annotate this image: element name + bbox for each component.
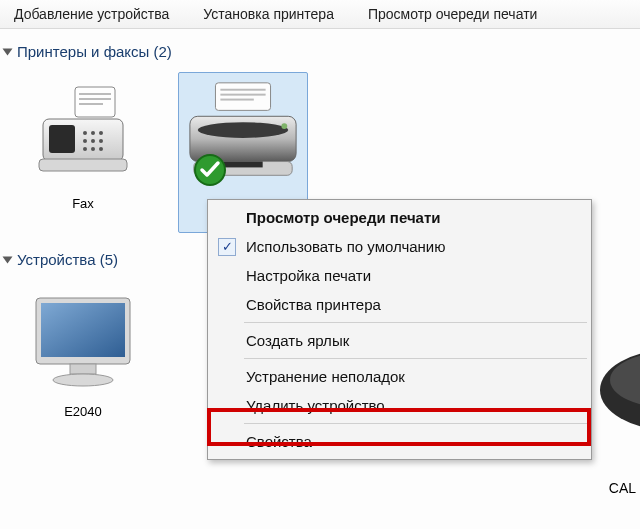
- menu-printer-properties[interactable]: Свойства принтера: [210, 290, 589, 319]
- svg-rect-5: [49, 125, 75, 153]
- svg-rect-3: [79, 103, 103, 105]
- svg-rect-26: [41, 303, 125, 357]
- collapse-icon: [3, 256, 13, 263]
- menu-print-settings[interactable]: Настройка печати: [210, 261, 589, 290]
- svg-rect-17: [220, 89, 265, 91]
- svg-point-28: [53, 374, 113, 386]
- device-monitor[interactable]: E2040: [18, 280, 148, 420]
- menu-set-default[interactable]: ✓ Использовать по умолчанию: [210, 232, 589, 261]
- monitor-icon: [23, 280, 143, 400]
- svg-point-10: [91, 139, 95, 143]
- menu-troubleshoot[interactable]: Устранение неполадок: [210, 362, 589, 391]
- menu-set-default-label: Использовать по умолчанию: [246, 238, 445, 255]
- menu-separator: [244, 423, 587, 424]
- menu-remove-device[interactable]: Удалить устройство: [210, 391, 589, 420]
- device-fax-label: Fax: [72, 196, 94, 212]
- svg-rect-15: [39, 159, 127, 171]
- svg-point-6: [83, 131, 87, 135]
- svg-point-7: [91, 131, 95, 135]
- svg-rect-27: [70, 364, 96, 374]
- svg-point-9: [83, 139, 87, 143]
- menu-create-shortcut[interactable]: Создать ярлык: [210, 326, 589, 355]
- device-monitor-label: E2040: [64, 404, 102, 420]
- svg-point-12: [83, 147, 87, 151]
- svg-point-20: [198, 122, 288, 138]
- svg-point-21: [281, 123, 287, 129]
- menu-properties[interactable]: Свойства: [210, 427, 589, 456]
- svg-rect-16: [215, 83, 270, 111]
- svg-point-14: [99, 147, 103, 151]
- context-menu: Просмотр очереди печати ✓ Использовать п…: [207, 199, 592, 460]
- default-check-badge-icon: [193, 153, 227, 187]
- section-printers-header[interactable]: Принтеры и факсы (2): [0, 29, 640, 68]
- toolbar-add-device[interactable]: Добавление устройства: [14, 6, 169, 22]
- svg-point-13: [91, 147, 95, 151]
- section-devices-title: Устройства (5): [17, 251, 118, 268]
- section-printers-title: Принтеры и факсы (2): [17, 43, 172, 60]
- svg-rect-23: [223, 162, 262, 168]
- device-fax[interactable]: Fax: [18, 72, 148, 212]
- menu-separator: [244, 358, 587, 359]
- partial-device-label: CAL: [609, 480, 636, 496]
- check-icon: ✓: [218, 238, 236, 256]
- toolbar-view-queue[interactable]: Просмотр очереди печати: [368, 6, 537, 22]
- fax-icon: [23, 72, 143, 192]
- svg-rect-19: [220, 99, 253, 101]
- svg-rect-0: [75, 87, 115, 117]
- svg-rect-2: [79, 98, 111, 100]
- collapse-icon: [3, 48, 13, 55]
- toolbar-add-printer[interactable]: Установка принтера: [203, 6, 334, 22]
- svg-point-8: [99, 131, 103, 135]
- svg-rect-1: [79, 93, 111, 95]
- toolbar: Добавление устройства Установка принтера…: [0, 0, 640, 29]
- menu-separator: [244, 322, 587, 323]
- menu-view-queue[interactable]: Просмотр очереди печати: [210, 203, 589, 232]
- printer-icon: [183, 73, 303, 193]
- svg-rect-18: [220, 94, 265, 96]
- svg-point-11: [99, 139, 103, 143]
